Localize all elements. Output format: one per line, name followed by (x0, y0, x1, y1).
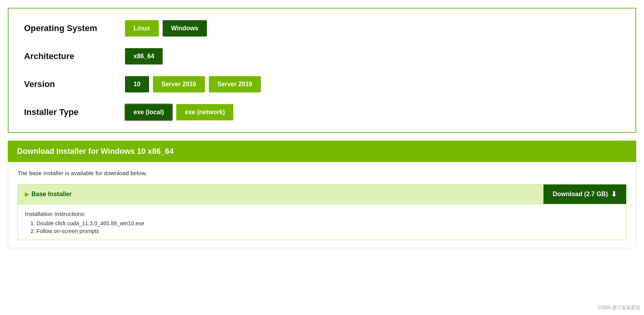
version-server2016-button[interactable]: Server 2016 (153, 76, 205, 92)
arch-label: Architecture (24, 51, 125, 61)
installer-type-row: Installer Type exe (local) exe (network) (24, 104, 620, 120)
os-button-group: Linux Windows (125, 20, 207, 37)
selector-section: Operating System Linux Windows Architect… (8, 8, 636, 133)
version-button-group: 10 Server 2016 Server 2019 (125, 76, 261, 92)
installer-title: Base Installer (18, 185, 543, 203)
instructions-title: Installation Instructions: (25, 211, 619, 217)
download-icon: ⬇ (611, 190, 617, 198)
download-button[interactable]: Download (2.7 GB) ⬇ (543, 184, 626, 204)
base-installer-container: Base Installer Download (2.7 GB) ⬇ Insta… (17, 184, 627, 240)
arch-row: Architecture x86_64 (24, 48, 620, 64)
installer-row: Base Installer Download (2.7 GB) ⬇ (17, 184, 627, 204)
os-row: Operating System Linux Windows (24, 20, 620, 37)
os-windows-button[interactable]: Windows (163, 20, 207, 37)
download-banner-title: Download Installer for Windows 10 x86_64 (17, 147, 174, 155)
version-label: Version (24, 79, 125, 89)
download-button-label: Download (2.7 GB) (553, 191, 608, 198)
os-linux-button[interactable]: Linux (125, 20, 159, 37)
installer-exe-local-button[interactable]: exe (local) (125, 104, 172, 120)
arch-x86_64-button[interactable]: x86_64 (125, 48, 163, 64)
installer-exe-network-button[interactable]: exe (network) (176, 104, 233, 120)
instructions-section: Installation Instructions: Double click … (17, 204, 627, 240)
version-row: Version 10 Server 2016 Server 2019 (24, 76, 620, 92)
download-banner: Download Installer for Windows 10 x86_64 (8, 141, 636, 162)
arch-button-group: x86_64 (125, 48, 163, 64)
version-10-button[interactable]: 10 (125, 76, 149, 92)
installer-title-text: Base Installer (31, 191, 72, 198)
instruction-item-2: Follow on-screen prompts (36, 228, 619, 234)
instructions-list: Double click cuda_11.3.0_465.89_win10.ex… (25, 220, 619, 234)
os-label: Operating System (24, 23, 125, 33)
installer-type-button-group: exe (local) exe (network) (125, 104, 233, 120)
installer-type-label: Installer Type (24, 107, 125, 117)
version-server2019-button[interactable]: Server 2019 (209, 76, 261, 92)
instruction-item-1: Double click cuda_11.3.0_465.89_win10.ex… (36, 220, 619, 226)
download-body: The base installer is available for down… (8, 162, 636, 248)
download-description: The base installer is available for down… (17, 170, 627, 176)
